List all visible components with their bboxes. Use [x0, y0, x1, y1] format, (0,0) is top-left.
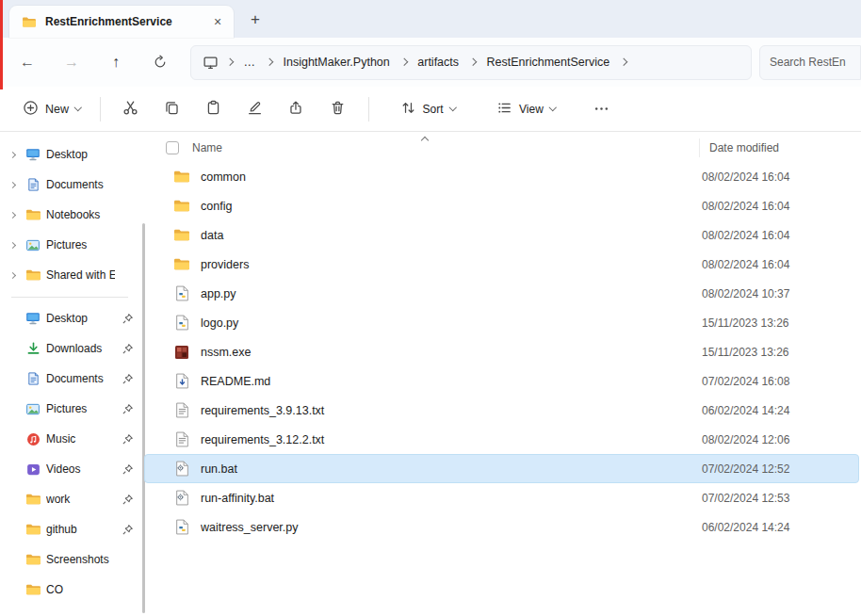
folder-icon — [24, 206, 41, 223]
file-row[interactable]: app.py08/02/2024 10:37 — [144, 279, 859, 308]
list-header: Name Date modified — [139, 134, 861, 162]
search-input[interactable] — [770, 56, 851, 69]
sidebar-item-pictures[interactable]: Pictures — [1, 394, 138, 424]
paste-button[interactable] — [195, 92, 233, 126]
file-row[interactable]: logo.py15/11/2023 13:26 — [144, 308, 859, 337]
sidebar-item-videos[interactable]: Videos — [1, 454, 138, 484]
pin-icon — [120, 524, 136, 536]
breadcrumb-segment[interactable]: artifacts — [411, 51, 465, 73]
new-tab-button[interactable]: + — [243, 8, 268, 32]
sidebar-item-documents[interactable]: Documents — [1, 170, 138, 200]
documents-icon — [24, 370, 41, 387]
cut-button[interactable] — [112, 92, 150, 126]
sidebar-item-music[interactable]: Music — [1, 424, 138, 454]
pictures-icon — [24, 400, 41, 417]
file-row[interactable]: requirements_3.12.2.txt08/02/2024 12:06 — [144, 425, 859, 454]
explorer-tab[interactable]: RestEnrichmentService × — [9, 6, 234, 38]
new-plus-icon — [23, 100, 39, 119]
pictures-icon — [24, 236, 41, 253]
chevron-right-icon[interactable] — [8, 181, 15, 187]
md-file-icon — [173, 373, 190, 390]
tab-title: RestEnrichmentService — [45, 15, 200, 28]
share-button[interactable] — [278, 92, 316, 126]
sidebar-item-desktop[interactable]: Desktop — [1, 303, 138, 333]
sidebar-item-label: Music — [46, 432, 115, 446]
file-list-pane: Name Date modified common08/02/2024 16:0… — [139, 132, 861, 616]
file-name: logo.py — [201, 316, 696, 330]
sidebar-divider — [11, 297, 128, 298]
chevron-right-icon[interactable] — [8, 151, 15, 157]
breadcrumb: … InsightMaker.PythonartifactsRestEnrich… — [190, 45, 752, 80]
breadcrumb-segment[interactable]: RestEnrichmentService — [480, 51, 617, 73]
file-date-modified: 08/02/2024 10:37 — [696, 287, 858, 300]
sidebar-item-label: Pictures — [46, 402, 115, 415]
column-header-date-modified[interactable]: Date modified — [699, 138, 861, 157]
file-row[interactable]: README.md07/02/2024 16:08 — [144, 366, 859, 396]
breadcrumb-segment[interactable]: InsightMaker.Python — [277, 51, 397, 73]
new-button[interactable]: New — [13, 93, 90, 125]
file-name: run.bat — [201, 462, 696, 476]
file-date-modified: 07/02/2024 16:08 — [696, 375, 858, 388]
column-header-name[interactable]: Name — [192, 141, 699, 154]
file-name: nssm.exe — [201, 346, 696, 359]
file-row[interactable]: waitress_server.py06/02/2024 14:24 — [144, 512, 859, 542]
chevron-right-icon — [400, 58, 408, 66]
sidebar-item-notebooks[interactable]: Notebooks — [1, 200, 138, 230]
sidebar-item-screenshots[interactable]: Screenshots — [1, 544, 138, 575]
file-row[interactable]: run-affinity.bat07/02/2024 12:53 — [144, 483, 859, 512]
pin-icon — [120, 494, 136, 506]
sidebar-item-label: work — [46, 493, 115, 506]
chevron-right-icon[interactable] — [8, 271, 15, 278]
sidebar-item-github[interactable]: github — [1, 514, 138, 544]
sidebar-item-label: github — [46, 523, 115, 536]
sidebar-item-desktop[interactable]: Desktop — [1, 139, 138, 170]
copy-icon — [164, 100, 180, 119]
select-all-checkbox[interactable] — [166, 141, 179, 154]
delete-button[interactable] — [319, 92, 357, 126]
paste-icon — [205, 100, 221, 119]
file-row[interactable]: config08/02/2024 16:04 — [144, 191, 859, 220]
chevron-down-icon — [448, 104, 456, 111]
sidebar-item-work[interactable]: work — [1, 484, 138, 514]
chevron-right-icon[interactable] — [8, 241, 15, 248]
sidebar-item-label: Desktop — [46, 312, 115, 325]
sidebar-item-downloads[interactable]: Downloads — [1, 333, 138, 364]
desktop-icon — [24, 146, 41, 163]
file-date-modified: 15/11/2023 13:26 — [696, 346, 858, 359]
bat-file-icon — [173, 461, 190, 478]
forward-button[interactable]: → — [54, 45, 89, 79]
search-box — [759, 45, 861, 80]
file-row[interactable]: providers08/02/2024 16:04 — [144, 250, 859, 279]
folder-icon — [21, 13, 38, 30]
back-button[interactable]: ← — [9, 45, 45, 79]
refresh-button[interactable] — [142, 45, 178, 79]
copy-button[interactable] — [154, 92, 191, 126]
file-date-modified: 15/11/2023 13:26 — [696, 316, 858, 330]
more-options-button[interactable] — [584, 92, 618, 126]
view-icon — [496, 100, 512, 119]
file-row[interactable]: requirements_3.9.13.txt06/02/2024 14:24 — [144, 396, 859, 425]
tab-close-icon[interactable]: × — [207, 11, 228, 32]
file-name: waitress_server.py — [201, 521, 696, 534]
this-pc-icon[interactable] — [199, 55, 222, 71]
explorer-body: DesktopDocumentsNotebooksPicturesShared … — [0, 132, 861, 616]
toolbar: New Sort View — [0, 87, 861, 132]
chevron-right-icon[interactable] — [8, 211, 15, 218]
view-button[interactable]: View — [488, 93, 563, 125]
file-row[interactable]: run.bat07/02/2024 12:52 — [144, 454, 859, 483]
sidebar-item-label: CO — [46, 583, 115, 596]
sidebar-item-documents[interactable]: Documents — [1, 364, 138, 394]
file-row[interactable]: common08/02/2024 16:04 — [144, 162, 859, 191]
sidebar-item-pictures[interactable]: Pictures — [1, 230, 138, 260]
file-row[interactable]: data08/02/2024 16:04 — [144, 220, 859, 250]
tab-bar: RestEnrichmentService × + — [0, 0, 861, 38]
breadcrumb-ellipsis[interactable]: … — [237, 51, 263, 73]
txt-file-icon — [173, 402, 190, 419]
sidebar-item-shared-with-ev[interactable]: Shared with Ev — [1, 260, 138, 290]
file-row[interactable]: nssm.exe15/11/2023 13:26 — [144, 337, 859, 366]
rename-button[interactable] — [236, 92, 274, 126]
up-button[interactable]: ↑ — [98, 45, 134, 79]
sidebar-item-co[interactable]: CO — [1, 575, 138, 605]
bat-file-icon — [173, 490, 190, 507]
sort-button[interactable]: Sort — [392, 93, 464, 125]
